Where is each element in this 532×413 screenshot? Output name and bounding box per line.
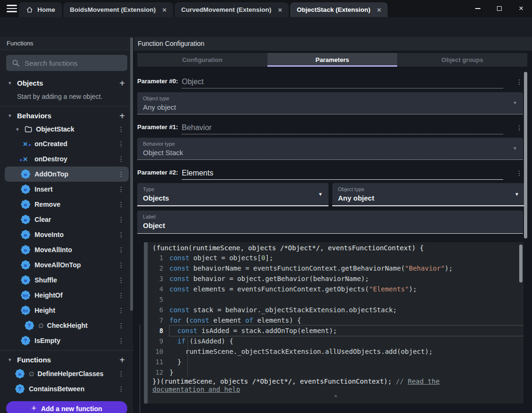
sidebar-item-height[interactable]: f(x)Height⋮ <box>0 303 133 318</box>
search-input[interactable] <box>25 59 122 67</box>
tab-home[interactable]: Home <box>19 2 62 17</box>
chevron-down-icon[interactable]: ▾ <box>9 357 14 363</box>
search-icon <box>12 59 20 67</box>
sidebar-item-moveinto[interactable]: »MoveInto⋮ <box>0 227 133 242</box>
item-menu-icon[interactable]: ⋮ <box>117 155 125 163</box>
item-menu-icon[interactable]: ⋮ <box>117 125 125 133</box>
add-object-button[interactable]: + <box>119 79 125 88</box>
sidebar-item-insert[interactable]: »Insert⋮ <box>0 182 133 197</box>
item-menu-icon[interactable]: ⋮ <box>117 216 125 223</box>
gear-condition-icon: ? <box>15 385 24 394</box>
tab-boidsmovement-extension-[interactable]: BoidsMovement (Extension)× <box>63 2 173 17</box>
behaviors-section-header[interactable]: ▾ Behaviors + <box>0 109 133 122</box>
function-items: »∅DefineHelperClasses⋮?ContainsBetween⋮ <box>0 366 133 396</box>
tab-object-groups[interactable]: Object groups <box>397 53 527 67</box>
sidebar-scrollbar[interactable] <box>130 37 133 311</box>
parameter-menu-icon[interactable]: ⋮ <box>515 78 523 88</box>
add-new-function-button[interactable]: + Add a new function <box>6 401 127 413</box>
parameter-1-label: Parameter #1: <box>137 123 178 134</box>
sidebar-item-checkheight[interactable]: ?∅CheckHeight⋮ <box>0 318 133 333</box>
sidebar-item-addontop[interactable]: »AddOnTop⋮ <box>5 167 129 182</box>
parameter-menu-icon[interactable]: ⋮ <box>515 124 523 134</box>
select-value: Any object <box>143 103 517 111</box>
sidebar-item-remove[interactable]: »Remove⋮ <box>0 197 133 212</box>
minimize-button[interactable] <box>467 0 488 17</box>
behavior-group-label: ObjectStack <box>36 125 117 133</box>
close-icon[interactable]: × <box>162 6 167 13</box>
dropdown-arrow-icon: ▼ <box>318 192 323 197</box>
maximize-button[interactable] <box>488 0 510 17</box>
sidebar-item-clear[interactable]: »Clear⋮ <box>0 212 133 227</box>
item-menu-icon[interactable]: ⋮ <box>117 261 125 269</box>
javascript-code-editor[interactable]: (function(runtimeScene, objects /*Object… <box>144 242 523 404</box>
editor-scrollbar[interactable] <box>519 245 523 282</box>
close-icon[interactable]: × <box>377 6 381 13</box>
parameter-0-row: Parameter #0: Object ⋮ <box>137 74 523 88</box>
chevron-down-icon[interactable]: ▾ <box>9 113 14 119</box>
sidebar-item-moveallontop[interactable]: »MoveAllOnTop⋮ <box>0 257 133 272</box>
parameter-menu-icon[interactable]: ⋮ <box>515 169 523 180</box>
code-line-11: 11 } <box>148 357 523 367</box>
sidebar-item-heightof[interactable]: f(x)HeightOf⋮ <box>0 288 133 303</box>
behavior-group-objectstack[interactable]: ▾ ObjectStack ⋮ <box>0 122 133 136</box>
item-label: DefineHelperClasses <box>37 370 117 378</box>
item-menu-icon[interactable]: ⋮ <box>117 276 125 284</box>
item-menu-icon[interactable]: ⋮ <box>117 322 125 329</box>
collapse-caret-icon[interactable]: ^ <box>148 394 523 402</box>
parameter-2-object-type-select[interactable]: Object type Any object ▼ <box>332 183 525 206</box>
parameter-1-behavior-type-select[interactable]: Behavior type Object Stack ▼ <box>137 138 523 160</box>
field-value[interactable]: Object <box>143 221 517 229</box>
gear-action-icon: » <box>21 170 30 179</box>
select-label: Object type <box>143 96 517 101</box>
parameter-1-name-input[interactable]: Behavior <box>182 123 212 132</box>
sidebar-item-definehelperclasses[interactable]: »∅DefineHelperClasses⋮ <box>0 366 133 381</box>
item-menu-icon[interactable]: ⋮ <box>117 185 125 193</box>
gear-condition-icon: ? <box>21 336 30 345</box>
item-menu-icon[interactable]: ⋮ <box>117 140 125 148</box>
gear-action-icon: » <box>21 246 30 255</box>
parameter-2-type-select[interactable]: Type Objects ▼ <box>137 183 328 206</box>
add-behavior-button[interactable]: + <box>119 111 125 121</box>
objects-section-title: Objects <box>17 79 119 87</box>
item-label: CheckHeight <box>47 322 117 329</box>
objects-section-header[interactable]: ▾ Objects + <box>0 77 133 89</box>
item-menu-icon[interactable]: ⋮ <box>117 337 125 344</box>
code-area[interactable]: (function(runtimeScene, objects /*Object… <box>148 242 523 404</box>
parameter-2-name-input[interactable]: Elements <box>182 169 213 177</box>
item-menu-icon[interactable]: ⋮ <box>117 370 125 378</box>
close-window-button[interactable]: × <box>510 0 532 17</box>
search-functions-box[interactable] <box>6 55 127 71</box>
tab-configuration[interactable]: Configuration <box>137 53 267 67</box>
item-menu-icon[interactable]: ⋮ <box>117 385 125 393</box>
tab-objectstack-extension-[interactable]: ObjectStack (Extension)× <box>290 2 388 17</box>
parameter-0-name-input[interactable]: Object <box>182 78 204 86</box>
parameters-scrollbar[interactable] <box>524 72 527 238</box>
sidebar-item-containsbetween[interactable]: ?ContainsBetween⋮ <box>0 381 133 396</box>
parameter-2-label-field[interactable]: Label Object <box>137 211 523 234</box>
title-bar: HomeBoidsMovement (Extension)×CurvedMove… <box>0 0 532 17</box>
item-menu-icon[interactable]: ⋮ <box>117 231 125 238</box>
functions-section-header[interactable]: ▾ Functions + <box>0 353 133 366</box>
sidebar-item-shuffle[interactable]: »Shuffle⋮ <box>0 272 133 288</box>
tab-curvedmovement-extension-[interactable]: CurvedMovement (Extension)× <box>175 2 289 17</box>
sidebar-item-ondestroy[interactable]: ×onDestroy⋮ <box>0 151 133 167</box>
chevron-down-icon[interactable]: ▾ <box>9 80 14 86</box>
code-line-1: 1const object = objects[0]; <box>148 253 523 263</box>
close-icon[interactable]: × <box>278 6 282 13</box>
chevron-down-icon[interactable]: ▾ <box>16 126 22 132</box>
tab-parameters[interactable]: Parameters <box>267 53 398 67</box>
parameter-0-object-type-select[interactable]: Object type Any object ▼ <box>137 92 523 114</box>
item-menu-icon[interactable]: ⋮ <box>117 246 125 254</box>
item-menu-icon[interactable]: ⋮ <box>117 291 125 299</box>
home-icon <box>26 6 34 14</box>
item-menu-icon[interactable]: ⋮ <box>117 201 125 208</box>
sidebar-item-moveallinto[interactable]: »MoveAllInto⋮ <box>0 242 133 257</box>
add-function-plus-button[interactable]: + <box>119 355 125 365</box>
editor-left-handle[interactable] <box>144 242 148 404</box>
item-menu-icon[interactable]: ⋮ <box>117 307 125 314</box>
item-menu-icon[interactable]: ⋮ <box>117 170 125 178</box>
item-label: ContainsBetween <box>29 385 117 393</box>
main-menu-icon[interactable] <box>7 5 17 12</box>
sidebar-item-isempty[interactable]: ?IsEmpty⋮ <box>0 333 133 348</box>
sidebar-item-oncreated[interactable]: ×onCreated⋮ <box>0 136 133 151</box>
